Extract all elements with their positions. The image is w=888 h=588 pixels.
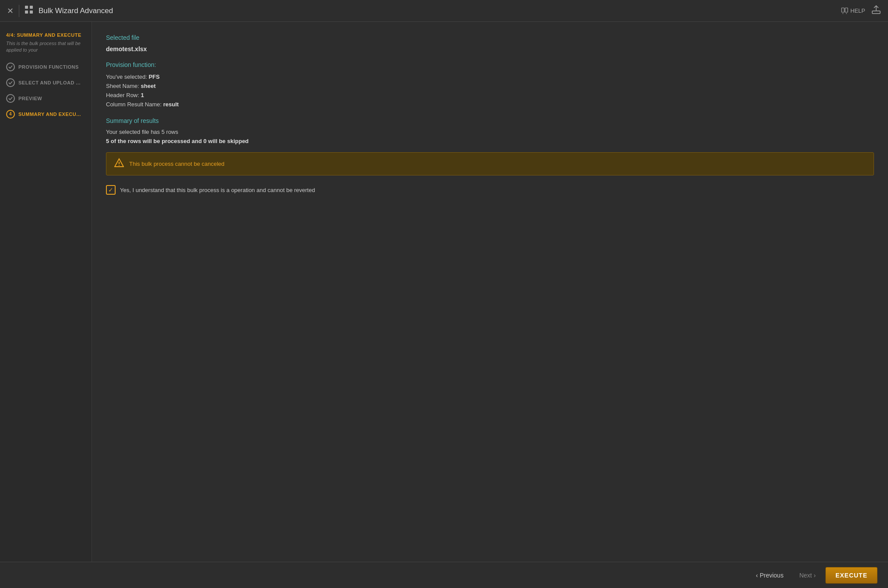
- provision-function-value: PFS: [148, 74, 159, 80]
- sheet-name-label-text: Sheet Name:: [106, 83, 141, 89]
- confirmation-checkbox-label: Yes, I understand that this bulk process…: [120, 187, 315, 193]
- svg-rect-0: [25, 6, 28, 9]
- provision-function-label-text: You've selected:: [106, 74, 148, 80]
- bottombar: ‹ Previous Next › EXECUTE: [0, 562, 888, 588]
- confirmation-checkbox-row[interactable]: ✓ Yes, I understand that this bulk proce…: [106, 185, 874, 195]
- warning-banner: This bulk process cannot be canceled: [106, 152, 874, 175]
- step-icon-4: 4: [6, 110, 15, 119]
- sidebar-step-desc: This is the bulk process that will be ap…: [0, 39, 92, 59]
- help-button[interactable]: HELP: [841, 7, 865, 14]
- step-icon-3: [6, 94, 15, 103]
- execute-button[interactable]: EXECUTE: [825, 567, 877, 584]
- sidebar-item-select-upload[interactable]: SELECT AND UPLOAD ...: [0, 75, 92, 91]
- column-result-value: result: [163, 101, 179, 108]
- rows-text: Your selected file has 5 rows: [106, 129, 874, 135]
- sidebar-item-label-4: SUMMARY AND EXECU...: [18, 112, 81, 117]
- next-button[interactable]: Next ›: [793, 568, 821, 582]
- topbar-right: HELP: [841, 5, 881, 17]
- sidebar-item-preview[interactable]: PREVIEW: [0, 91, 92, 106]
- warning-text: This bulk process cannot be canceled: [129, 161, 225, 167]
- column-result-row: Column Result Name: result: [106, 101, 874, 108]
- previous-label: Previous: [760, 572, 783, 579]
- topbar-divider: [19, 5, 19, 17]
- sidebar-item-label-1: PROVISION FUNCTIONS: [18, 64, 79, 70]
- selected-file-title: Selected file: [106, 34, 874, 41]
- checkbox-checkmark: ✓: [108, 186, 113, 193]
- provision-function-title: Provision function:: [106, 61, 874, 68]
- execute-label: EXECUTE: [835, 572, 867, 579]
- chevron-left-icon: ‹: [756, 572, 758, 579]
- sidebar-step-header: 4/4: SUMMARY AND EXECUTE: [0, 29, 92, 39]
- svg-rect-3: [30, 10, 33, 14]
- svg-rect-5: [845, 8, 848, 12]
- chevron-right-icon: ›: [814, 572, 816, 579]
- sheet-name-value: sheet: [141, 83, 156, 89]
- topbar: ✕ Bulk Wizard Advanced HELP: [0, 0, 888, 22]
- sidebar-item-label-3: PREVIEW: [18, 96, 42, 101]
- selected-file-name: demotest.xlsx: [106, 46, 874, 52]
- rows-bold: 5 of the rows will be processed and 0 wi…: [106, 138, 874, 144]
- svg-rect-1: [30, 6, 33, 9]
- sidebar-item-provision-functions[interactable]: PROVISION FUNCTIONS: [0, 59, 92, 75]
- content-area: Selected file demotest.xlsx Provision fu…: [92, 22, 888, 562]
- page-title: Bulk Wizard Advanced: [39, 7, 836, 15]
- next-label: Next: [799, 572, 812, 579]
- step-icon-1: [6, 63, 15, 71]
- upload-icon[interactable]: [871, 5, 881, 17]
- sidebar: 4/4: SUMMARY AND EXECUTE This is the bul…: [0, 22, 92, 562]
- main-layout: 4/4: SUMMARY AND EXECUTE This is the bul…: [0, 22, 888, 562]
- sheet-name-row: Sheet Name: sheet: [106, 83, 874, 89]
- warning-triangle-icon: [114, 158, 124, 170]
- column-result-label-text: Column Result Name:: [106, 101, 163, 108]
- header-row-row: Header Row: 1: [106, 92, 874, 98]
- provision-function-row: You've selected: PFS: [106, 74, 874, 80]
- close-icon[interactable]: ✕: [7, 6, 14, 16]
- header-row-value: 1: [141, 92, 144, 98]
- grid-icon: [25, 5, 33, 16]
- svg-rect-2: [25, 10, 28, 14]
- help-label: HELP: [850, 7, 865, 14]
- sidebar-item-summary-execute[interactable]: 4 SUMMARY AND EXECU...: [0, 106, 92, 122]
- svg-rect-8: [872, 11, 880, 14]
- previous-button[interactable]: ‹ Previous: [750, 568, 789, 582]
- svg-point-12: [119, 165, 120, 166]
- header-row-label-text: Header Row:: [106, 92, 141, 98]
- confirmation-checkbox[interactable]: ✓: [106, 185, 116, 195]
- svg-rect-4: [842, 8, 844, 12]
- sidebar-item-label-2: SELECT AND UPLOAD ...: [18, 80, 81, 85]
- step-icon-2: [6, 78, 15, 87]
- summary-of-results-title: Summary of results: [106, 117, 874, 124]
